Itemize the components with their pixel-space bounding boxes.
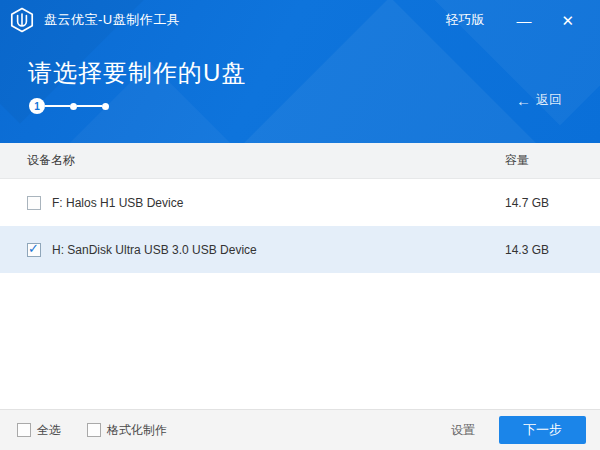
device-checkbox[interactable]: ✓: [27, 196, 41, 210]
format-label: 格式化制作: [107, 422, 167, 439]
next-button[interactable]: 下一步: [499, 416, 586, 444]
back-arrow-icon: ←: [516, 93, 531, 108]
column-device-name: 设备名称: [0, 152, 75, 169]
table-header: 设备名称 容量: [0, 143, 600, 179]
step-1-marker: 1: [29, 98, 45, 114]
title-bar: 盘云优宝-U盘制作工具 轻巧版 — ✕: [0, 0, 600, 40]
format-toggle[interactable]: ✓ 格式化制作: [87, 422, 167, 439]
close-button[interactable]: ✕: [555, 9, 580, 32]
device-name: H: SanDisk Ultra USB 3.0 USB Device: [52, 243, 257, 257]
app-logo-icon: [8, 6, 36, 34]
select-all-toggle[interactable]: ✓ 全选: [17, 422, 61, 439]
select-all-checkbox[interactable]: ✓: [17, 423, 31, 437]
column-capacity: 容量: [505, 152, 529, 169]
device-name: F: Halos H1 USB Device: [52, 196, 183, 210]
step-2-marker: [70, 103, 77, 110]
step-indicator: 1: [29, 98, 600, 114]
step-3-marker: [102, 103, 109, 110]
back-label: 返回: [536, 91, 562, 109]
check-icon: ✓: [28, 241, 39, 256]
app-title: 盘云优宝-U盘制作工具: [44, 11, 180, 29]
step-connector: [77, 105, 102, 107]
device-capacity: 14.7 GB: [505, 196, 549, 210]
page-title: 请选择要制作的U盘: [28, 57, 600, 89]
select-all-label: 全选: [37, 422, 61, 439]
minimize-button[interactable]: —: [510, 9, 537, 32]
app-window: 盘云优宝-U盘制作工具 轻巧版 — ✕ 请选择要制作的U盘 1 ← 返回 设备名…: [0, 0, 600, 450]
device-checkbox[interactable]: ✓: [27, 243, 41, 257]
format-checkbox[interactable]: ✓: [87, 423, 101, 437]
footer-bar: ✓ 全选 ✓ 格式化制作 设置 下一步: [0, 409, 600, 450]
device-row[interactable]: ✓ F: Halos H1 USB Device 14.7 GB: [0, 179, 600, 226]
hero-header: 盘云优宝-U盘制作工具 轻巧版 — ✕ 请选择要制作的U盘 1 ← 返回: [0, 0, 600, 143]
settings-link[interactable]: 设置: [451, 422, 475, 439]
device-list-empty-space: [0, 273, 600, 409]
step-connector: [45, 105, 70, 107]
back-link[interactable]: ← 返回: [516, 91, 562, 109]
device-row[interactable]: ✓ H: SanDisk Ultra USB 3.0 USB Device 14…: [0, 226, 600, 273]
device-capacity: 14.3 GB: [505, 243, 549, 257]
edition-badge: 轻巧版: [445, 11, 484, 29]
